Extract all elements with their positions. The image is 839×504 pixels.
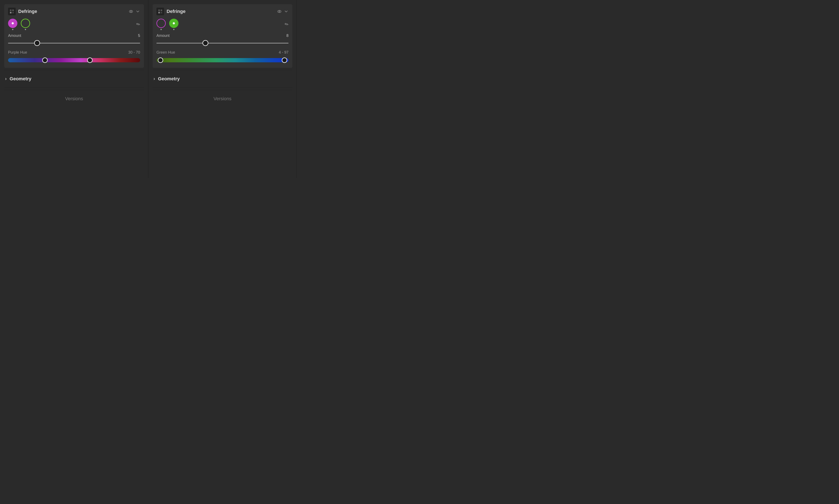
- right-amount-row: Amount 8: [157, 34, 288, 38]
- left-geometry-header[interactable]: › Geometry: [4, 74, 144, 83]
- right-amount-track: [157, 43, 288, 43]
- left-card-controls: [129, 9, 140, 14]
- right-swatch-row: ✎: [157, 19, 288, 30]
- right-versions-section: Versions: [153, 90, 292, 107]
- right-purple-swatch-wrapper: [157, 19, 166, 30]
- left-purple-swatch-wrapper: [8, 19, 17, 30]
- right-hue-track: [157, 58, 288, 62]
- left-purple-hue-range: 30 - 70: [128, 50, 140, 55]
- right-defringe-icon: [157, 7, 164, 15]
- right-card-header: Defringe: [157, 7, 288, 15]
- svg-rect-3: [12, 12, 14, 13]
- left-eyedropper-icon[interactable]: ✎: [135, 21, 141, 28]
- left-hue-thumb-left[interactable]: [42, 57, 48, 63]
- right-amount-thumb[interactable]: [202, 40, 208, 46]
- right-versions-label: Versions: [213, 96, 231, 101]
- left-amount-track: [8, 43, 140, 43]
- left-hue-row: Purple Hue 30 - 70: [8, 50, 140, 55]
- left-panel: Defringe: [0, 0, 148, 178]
- left-amount-slider[interactable]: [8, 40, 140, 46]
- left-versions-section: Versions: [4, 90, 144, 107]
- svg-rect-6: [158, 10, 160, 11]
- left-defringe-card: Defringe: [4, 4, 144, 68]
- left-amount-thumb[interactable]: [34, 40, 40, 46]
- right-green-dot: [173, 29, 175, 30]
- left-defringe-title: Defringe: [18, 9, 129, 14]
- right-green-hue-label: Green Hue: [157, 50, 175, 55]
- right-green-hue-range: 4 - 97: [279, 50, 288, 55]
- left-green-swatch-wrapper: [21, 19, 30, 30]
- right-hue-row: Green Hue 4 - 97: [157, 50, 288, 55]
- right-geometry-title: Geometry: [158, 76, 180, 82]
- svg-rect-8: [158, 12, 160, 13]
- left-purple-swatch[interactable]: [8, 19, 17, 28]
- right-swatches: [157, 19, 178, 30]
- right-hue-thumb-right[interactable]: [282, 57, 287, 63]
- right-purple-dot: [160, 29, 162, 30]
- svg-point-11: [279, 11, 280, 12]
- right-green-swatch[interactable]: [169, 19, 178, 28]
- svg-rect-7: [161, 10, 162, 11]
- left-swatch-row: ✎: [8, 19, 140, 30]
- left-purple-dot: [12, 29, 13, 30]
- right-defringe-title: Defringe: [167, 9, 277, 14]
- left-amount-label: Amount: [8, 34, 21, 38]
- left-amount-row: Amount 5: [8, 34, 140, 38]
- left-green-dot: [25, 29, 26, 30]
- right-purple-swatch[interactable]: [157, 19, 166, 28]
- left-dropdown-icon[interactable]: [136, 9, 140, 14]
- right-hue-slider[interactable]: [157, 57, 288, 64]
- svg-point-4: [129, 11, 133, 13]
- left-defringe-icon: [8, 7, 16, 15]
- right-amount-slider[interactable]: [157, 40, 288, 46]
- svg-point-10: [278, 11, 281, 13]
- right-amount-label: Amount: [157, 34, 169, 38]
- left-hue-slider[interactable]: [8, 57, 140, 64]
- svg-rect-2: [10, 12, 12, 13]
- right-green-swatch-wrapper: [169, 19, 178, 30]
- left-hue-thumb-right[interactable]: [87, 57, 93, 63]
- left-card-header: Defringe: [8, 7, 140, 15]
- svg-rect-9: [161, 12, 162, 13]
- right-geometry-section: › Geometry: [153, 70, 292, 88]
- right-card-controls: [277, 9, 288, 14]
- left-geometry-section: › Geometry: [4, 70, 144, 88]
- left-green-swatch[interactable]: [21, 19, 30, 28]
- left-purple-hue-label: Purple Hue: [8, 50, 27, 55]
- svg-rect-0: [10, 10, 12, 11]
- svg-point-5: [130, 11, 132, 12]
- right-eyedropper-icon[interactable]: ✎: [284, 21, 290, 28]
- right-hue-thumb-left[interactable]: [158, 57, 163, 63]
- right-defringe-card: Defringe: [153, 4, 292, 68]
- left-eye-icon[interactable]: [129, 9, 133, 14]
- left-swatches: [8, 19, 30, 30]
- right-panel: Defringe: [148, 0, 297, 178]
- left-geometry-title: Geometry: [10, 76, 31, 82]
- right-chevron-icon: ›: [154, 76, 155, 82]
- svg-rect-1: [12, 10, 14, 11]
- right-geometry-header[interactable]: › Geometry: [153, 74, 292, 83]
- right-eye-icon[interactable]: [277, 9, 282, 14]
- right-amount-value: 8: [286, 34, 288, 38]
- left-chevron-icon: ›: [5, 76, 6, 82]
- right-dropdown-icon[interactable]: [284, 9, 288, 14]
- left-versions-label: Versions: [65, 96, 83, 101]
- left-amount-value: 5: [138, 34, 140, 38]
- left-hue-track: [8, 58, 140, 62]
